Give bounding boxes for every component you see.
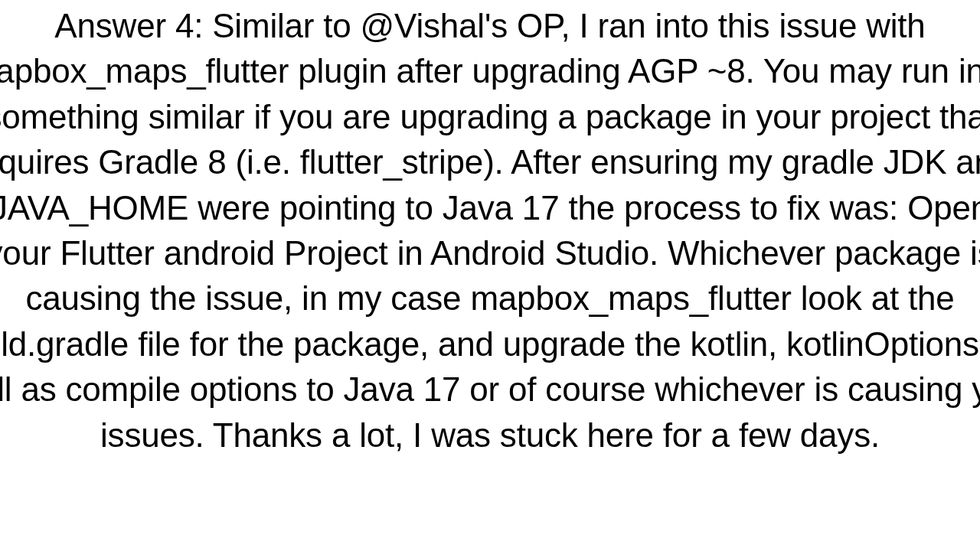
answer-text: Answer 4: Similar to @Vishal's OP, I ran…	[0, 3, 980, 458]
